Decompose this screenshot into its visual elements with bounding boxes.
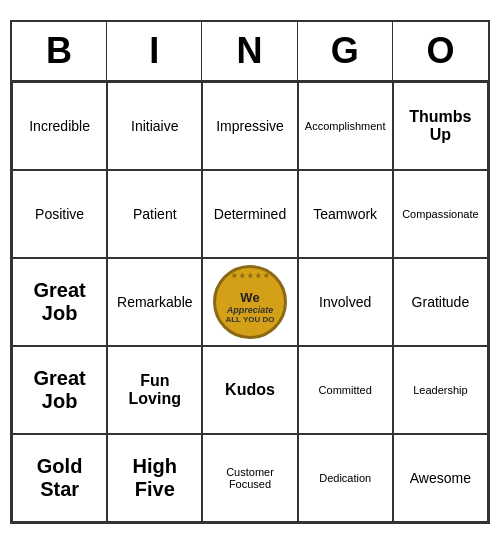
bingo-cell-15: Great Job — [12, 346, 107, 434]
bingo-cell-6: Patient — [107, 170, 202, 258]
bingo-cell-24: Awesome — [393, 434, 488, 522]
bingo-letter-o: O — [393, 22, 488, 80]
bingo-letter-i: I — [107, 22, 202, 80]
bingo-cell-0: Incredible — [12, 82, 107, 170]
bingo-cell-18: Committed — [298, 346, 393, 434]
bingo-cell-13: Involved — [298, 258, 393, 346]
bingo-cell-1: Initiaive — [107, 82, 202, 170]
bingo-grid: IncredibleInitiaiveImpressiveAccomplishm… — [12, 82, 488, 522]
bingo-cell-9: Compassionate — [393, 170, 488, 258]
bingo-cell-23: Dedication — [298, 434, 393, 522]
bingo-cell-16: Fun Loving — [107, 346, 202, 434]
bingo-cell-22: Customer Focused — [202, 434, 297, 522]
bingo-card: BINGO IncredibleInitiaiveImpressiveAccom… — [10, 20, 490, 524]
bingo-cell-17: Kudos — [202, 346, 297, 434]
bingo-letter-b: B — [12, 22, 107, 80]
bingo-letter-g: G — [298, 22, 393, 80]
bingo-cell-2: Impressive — [202, 82, 297, 170]
bingo-cell-8: Teamwork — [298, 170, 393, 258]
bingo-cell-5: Positive — [12, 170, 107, 258]
bingo-letter-n: N — [202, 22, 297, 80]
bingo-cell-3: Accomplishment — [298, 82, 393, 170]
bingo-cell-4: Thumbs Up — [393, 82, 488, 170]
bingo-header: BINGO — [12, 22, 488, 82]
bingo-cell-10: Great Job — [12, 258, 107, 346]
bingo-cell-7: Determined — [202, 170, 297, 258]
bingo-cell-19: Leadership — [393, 346, 488, 434]
bingo-cell-11: Remarkable — [107, 258, 202, 346]
bingo-cell-20: Gold Star — [12, 434, 107, 522]
bingo-cell-14: Gratitude — [393, 258, 488, 346]
bingo-cell-21: High Five — [107, 434, 202, 522]
bingo-cell-12: ★ ★ ★ ★ ★ We Appreciate ALL YOU DO — [202, 258, 297, 346]
